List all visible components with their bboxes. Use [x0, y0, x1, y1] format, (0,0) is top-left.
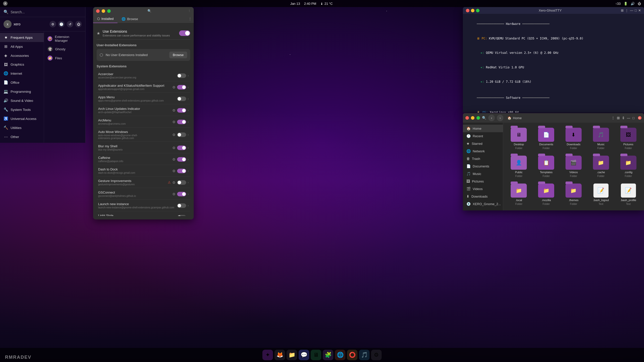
- file-item[interactable]: 📁 .config Folder: [616, 154, 641, 179]
- taskbar-browser[interactable]: 🌐: [335, 350, 345, 360]
- ext-toggle[interactable]: [177, 157, 186, 162]
- files-close[interactable]: [465, 116, 469, 120]
- taskbar-music[interactable]: 🎵: [359, 350, 370, 360]
- sidebar-music[interactable]: 🎵 Music: [463, 170, 503, 177]
- sidebar-recent[interactable]: 🕐 Recent: [463, 132, 503, 140]
- sidebar-item-sound[interactable]: 🔊 Sound & Video: [0, 96, 44, 105]
- ext-chevron-icon[interactable]: ›: [188, 120, 189, 124]
- file-item[interactable]: 🎬 Videos Folder: [561, 154, 586, 179]
- submenu-ghosty[interactable]: 👻 Ghosty: [44, 44, 85, 54]
- taskbar-settings[interactable]: ⚙: [371, 350, 382, 360]
- terminal-max[interactable]: [476, 9, 479, 12]
- terminal-max2-icon[interactable]: □: [635, 9, 637, 12]
- files-close2[interactable]: ✕: [638, 116, 641, 120]
- ext-gear-icon[interactable]: ⚙: [172, 146, 176, 150]
- file-item[interactable]: 📋 Templates Folder: [534, 154, 559, 179]
- file-item[interactable]: 👤 Public Folder: [506, 154, 532, 179]
- ext-toggle[interactable]: [177, 108, 186, 113]
- sidebar-pictures[interactable]: 🖼 Pictures: [463, 177, 503, 185]
- taskbar-files[interactable]: 📁: [287, 350, 297, 360]
- taskbar-app1[interactable]: ⭕: [347, 350, 357, 360]
- file-item[interactable]: 🖼 Pictures Folder: [616, 126, 641, 152]
- files-menu-icon[interactable]: ⋮: [611, 116, 615, 120]
- ext-toggle[interactable]: [177, 192, 186, 196]
- ext-chevron-icon[interactable]: ›: [188, 169, 189, 173]
- sidebar-videos[interactable]: 🎬 Videos: [463, 185, 503, 193]
- ext-toggle[interactable]: [177, 169, 186, 173]
- ext-toggle[interactable]: [177, 132, 186, 137]
- files-min[interactable]: [471, 116, 474, 120]
- tab-installed[interactable]: ⬡ Installed: [93, 15, 117, 23]
- ext-gear-icon[interactable]: ⚙: [172, 180, 176, 185]
- ext-toggle[interactable]: [177, 73, 186, 78]
- files-sort-icon[interactable]: ⇕: [622, 116, 625, 120]
- file-item[interactable]: 📄 Documents Folder: [534, 126, 559, 152]
- ext-gear-icon[interactable]: ⚙: [172, 120, 176, 124]
- forward-button[interactable]: ›: [497, 115, 503, 121]
- ext-chevron-icon[interactable]: ›: [188, 204, 189, 207]
- taskbar-discord[interactable]: 💬: [299, 350, 309, 360]
- terminal-close[interactable]: [466, 9, 469, 12]
- ext-toggle[interactable]: [177, 97, 186, 101]
- time-button[interactable]: 🕐: [58, 21, 65, 27]
- ext-chevron-icon[interactable]: ›: [188, 158, 189, 161]
- taskbar-firefox[interactable]: 🦊: [274, 350, 285, 360]
- search-input[interactable]: [11, 10, 82, 14]
- ext-toggle[interactable]: [177, 215, 186, 216]
- taskbar-terminal[interactable]: 🖥: [311, 350, 321, 360]
- minimize-button[interactable]: [102, 9, 105, 13]
- file-item[interactable]: 📝 .bash_profile Text: [616, 182, 641, 207]
- browse-ext-button[interactable]: Browse: [169, 52, 187, 58]
- sidebar-item-office[interactable]: 📄 Office: [0, 78, 44, 87]
- file-item[interactable]: 🖥 Desktop Folder: [506, 126, 532, 152]
- file-item[interactable]: 📁 .cache Folder: [588, 154, 614, 179]
- close-button[interactable]: [96, 9, 100, 13]
- ext-chevron-icon[interactable]: ›: [188, 215, 189, 216]
- ext-gear-icon[interactable]: ⚙: [172, 133, 176, 137]
- files-min2[interactable]: —: [627, 116, 630, 120]
- tab-browse[interactable]: 🌐 Browse: [117, 15, 142, 23]
- search-icon-files[interactable]: 🔍: [482, 116, 486, 120]
- sidebar-item-internet[interactable]: 🌐 Internet: [0, 69, 44, 78]
- file-item[interactable]: 📁 .mozilla Folder: [534, 182, 559, 207]
- sidebar-home[interactable]: 🏠 Home: [463, 125, 503, 132]
- refresh-button[interactable]: ↺: [67, 21, 73, 27]
- sidebar-item-accessories[interactable]: ◈ Accessories: [0, 51, 44, 60]
- ext-chevron-icon[interactable]: ›: [188, 146, 189, 150]
- ext-gear-icon[interactable]: ⚙: [172, 85, 176, 89]
- sidebar-item-all[interactable]: ⊞ All Apps: [0, 42, 44, 51]
- sidebar-xero[interactable]: 💿 XERO_Gnome_2...: [463, 200, 503, 208]
- ext-toggle[interactable]: [177, 146, 186, 150]
- sidebar-item-frequent[interactable]: ★ Frequent Apps: [0, 33, 44, 42]
- sidebar-network[interactable]: 🌐 Network: [463, 147, 503, 155]
- ext-chevron-icon[interactable]: ›: [188, 192, 189, 196]
- sidebar-item-universal[interactable]: ♿ Universal Access: [0, 114, 44, 123]
- sidebar-starred[interactable]: ★ Starred: [463, 140, 503, 147]
- ext-chevron-icon[interactable]: ›: [188, 97, 189, 101]
- taskbar-extensions[interactable]: 🧩: [323, 350, 333, 360]
- sidebar-downloads[interactable]: ⬇ Downloads: [463, 193, 503, 200]
- ext-gear-icon[interactable]: ⚙: [172, 169, 176, 173]
- ext-toggle[interactable]: [177, 120, 186, 124]
- terminal-min[interactable]: [471, 9, 474, 12]
- sidebar-item-programming[interactable]: 💻 Programming: [0, 87, 44, 96]
- taskbar-launcher[interactable]: ✦: [262, 350, 273, 360]
- terminal-tile-icon[interactable]: ⊞: [621, 9, 624, 12]
- file-item[interactable]: 📁 .local Folder: [506, 182, 532, 207]
- sidebar-item-system[interactable]: 🔧 System Tools: [0, 105, 44, 114]
- submenu-files[interactable]: 📁 Files: [44, 54, 85, 63]
- ext-toggle[interactable]: [177, 180, 186, 185]
- file-item[interactable]: 📁 .themes Folder: [561, 182, 586, 207]
- ext-gear-icon[interactable]: ⚙: [172, 157, 176, 161]
- files-view-icon[interactable]: ⊞: [617, 116, 620, 120]
- terminal-min2-icon[interactable]: —: [630, 9, 633, 12]
- search-button[interactable]: 🔍: [113, 9, 186, 13]
- file-item[interactable]: ⬇ Downloads Folder: [561, 126, 586, 152]
- menu-dots[interactable]: ⋮: [186, 15, 194, 23]
- ext-chevron-icon[interactable]: ›: [188, 133, 189, 137]
- files-max[interactable]: [476, 116, 480, 120]
- ext-gear-icon[interactable]: ⚙: [172, 108, 176, 112]
- ext-toggle[interactable]: [177, 203, 186, 208]
- sidebar-item-graphics[interactable]: 🖼 Graphics: [0, 60, 44, 69]
- more-button[interactable]: ⋮: [188, 9, 191, 13]
